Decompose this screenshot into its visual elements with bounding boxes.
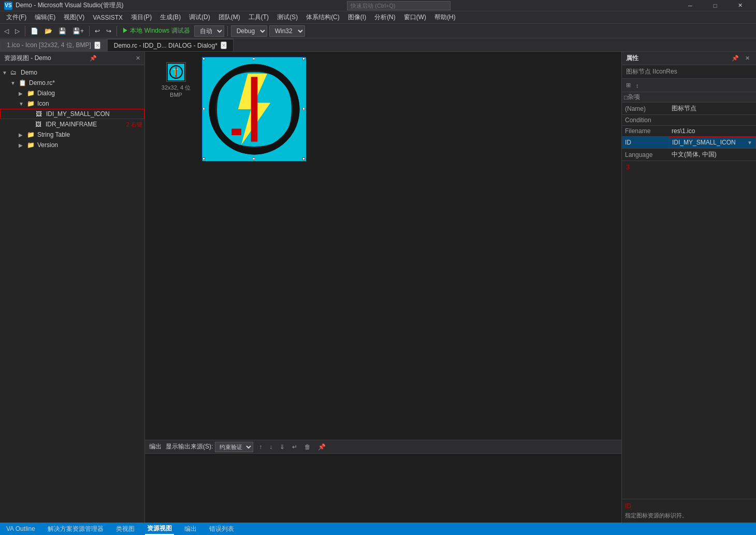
props-close-btn[interactable]: ✕ — [743, 54, 752, 63]
menu-arch[interactable]: 体系结构(C) — [302, 12, 344, 23]
tree-arrow-icon: ▼ — [19, 101, 27, 107]
tree-item-demorc[interactable]: ▼ 📋 Demo.rc* — [0, 78, 144, 88]
close-panel-button[interactable]: ✕ — [136, 55, 140, 62]
prop-id-input[interactable] — [672, 139, 747, 146]
menu-file[interactable]: 文件(F) — [2, 12, 31, 23]
tab-ico-close[interactable]: ✕ — [94, 41, 100, 49]
tab-dialog[interactable]: Demo.rc - IDD_D... DIALOG - Dialog* ✕ — [107, 39, 234, 51]
props-toolbar: ⊞ ↕ — [622, 79, 756, 92]
string-table-folder-icon: 📁 — [27, 131, 35, 138]
mainframe-badge: 2 右键 — [126, 121, 142, 128]
output-scroll-up-btn[interactable]: ↑ — [257, 442, 264, 452]
menu-analyze[interactable]: 分析(N) — [370, 12, 400, 23]
icon-canvas-wrapper[interactable] — [202, 57, 306, 161]
close-button[interactable]: ✕ — [728, 0, 752, 11]
output-content[interactable] — [145, 454, 621, 523]
icon-canvas-svg[interactable] — [202, 57, 306, 161]
menu-project[interactable]: 项目(P) — [127, 12, 156, 23]
output-clear-btn[interactable]: 🗑 — [303, 442, 312, 452]
props-pin-btn[interactable]: 📌 — [730, 54, 741, 63]
toolbar-sep-2 — [89, 26, 90, 36]
toolbar-redo-btn[interactable]: ↪ — [104, 26, 113, 36]
tab-ico[interactable]: 1.ico - Icon [32x32, 4 位, BMP] ✕ — [0, 39, 107, 51]
output-pin-btn[interactable]: 📌 — [316, 442, 327, 452]
solution-explorer-title: 资源视图 - Demo — [4, 54, 51, 63]
tree-item-small-icon[interactable]: 🖼 IDI_MY_SMALL_ICON — [0, 109, 144, 119]
platform-dropdown[interactable]: Win32 — [269, 25, 305, 37]
output-filter: 显示输出来源(S): 约束验证 — [166, 442, 253, 452]
menu-team[interactable]: 团队(M) — [214, 12, 244, 23]
tab-dialog-close[interactable]: ✕ — [221, 41, 227, 49]
toolbar-back-btn[interactable]: ◁ — [2, 26, 11, 36]
prop-id-dropdown-btn[interactable]: ▼ — [747, 140, 752, 146]
bottom-tab-bar: VA Outline 解决方案资源管理器 类视图 资源视图 编出 错误列表 — [0, 523, 756, 535]
prop-name-value: 图标节点 — [668, 103, 756, 115]
prop-id-value-cell[interactable]: ▼ — [668, 137, 756, 149]
rc-icon: 📋 — [19, 79, 27, 86]
minimize-button[interactable]: ─ — [678, 0, 702, 11]
output-wrap-btn[interactable]: ↵ — [290, 442, 299, 452]
title-text: Demo - Microsoft Visual Studio(管理员) — [16, 1, 124, 10]
handle-tl — [202, 57, 205, 60]
menu-build[interactable]: 生成(B) — [156, 12, 185, 23]
icon-editor[interactable] — [197, 52, 621, 440]
bottom-tab-class[interactable]: 类视图 — [114, 524, 137, 534]
toolbar-forward-btn[interactable]: ▷ — [13, 26, 22, 36]
menu-help[interactable]: 帮助(H) — [430, 12, 460, 23]
toolbar-save-btn[interactable]: 💾 — [56, 26, 68, 36]
output-scroll-end-btn[interactable]: ⇓ — [278, 442, 286, 452]
icon-thumb-svg: T — [168, 64, 184, 80]
restore-button[interactable]: □ — [703, 0, 727, 11]
tree-label-icon-folder: Icon — [37, 100, 142, 107]
toolbar-save-all-btn[interactable]: 💾+ — [70, 26, 86, 36]
quick-search-input[interactable] — [347, 1, 450, 10]
props-spacer — [622, 173, 756, 499]
prop-row-id[interactable]: ID ▼ — [622, 137, 756, 149]
run-button[interactable]: ▶ 本地 Windows 调试器 — [120, 25, 192, 36]
menu-image[interactable]: 图像(I) — [344, 12, 370, 23]
toolbar-sep-3 — [117, 26, 117, 36]
properties-panel: 属性 📌 ✕ 图标节点 IIconRes ⊞ ↕ □ 杂项 (Name) 图标节… — [621, 52, 756, 523]
output-scroll-down-btn[interactable]: ↓ — [268, 442, 274, 452]
toolbar-sep-1 — [25, 26, 25, 36]
bottom-tab-resource[interactable]: 资源视图 — [145, 523, 174, 535]
props-sort-btn[interactable]: ↕ — [634, 81, 641, 90]
tree-item-icon-folder[interactable]: ▼ 📁 Icon — [0, 98, 144, 109]
tree-item-string-table[interactable]: ▶ 📁 String Table — [0, 129, 144, 140]
tree-arrow-version: ▶ — [19, 142, 27, 148]
menu-view[interactable]: 视图(V) — [60, 12, 89, 23]
menu-window[interactable]: 窗口(W) — [400, 12, 430, 23]
bottom-tab-output[interactable]: 编出 — [182, 524, 199, 534]
props-grid-btn[interactable]: ⊞ — [624, 81, 633, 90]
vs-logo-icon: VS — [4, 2, 12, 10]
bottom-tab-va-outline[interactable]: VA Outline — [4, 524, 37, 533]
menu-test[interactable]: 测试(S) — [273, 12, 302, 23]
toolbar-new-btn[interactable]: 📄 — [28, 26, 40, 36]
content-area: T 32x32, 4 位 BMP — [145, 52, 621, 523]
prop-row-language: Language 中文(简体, 中国) — [622, 149, 756, 161]
prop-id-label: ID — [622, 137, 668, 149]
bottom-tab-solution[interactable]: 解决方案资源管理器 — [46, 524, 106, 534]
menu-debug[interactable]: 调试(D) — [185, 12, 214, 23]
tree-label-string-table: String Table — [37, 131, 142, 138]
bottom-tab-errors[interactable]: 错误列表 — [207, 524, 236, 534]
debug-dropdown[interactable]: Debug — [231, 25, 267, 37]
props-description: ID 指定图标资源的标识符。 — [622, 499, 756, 523]
folder-icon: 🗂 — [10, 69, 19, 76]
tree-item-mainframe[interactable]: 🖼 IDR_MAINFRAME 2 右键 — [0, 119, 144, 129]
tree-item-demo[interactable]: ▼ 🗂 Demo — [0, 67, 144, 78]
config-dropdown[interactable]: 自动 — [194, 25, 224, 37]
menu-edit[interactable]: 编辑(E) — [31, 12, 60, 23]
menu-tools[interactable]: 工具(T) — [244, 12, 273, 23]
toolbar-open-btn[interactable]: 📂 — [42, 26, 54, 36]
toolbar-undo-btn[interactable]: ↩ — [93, 26, 102, 36]
menu-vassistx[interactable]: VASSISTX — [89, 13, 127, 22]
tab-ico-label: 1.ico - Icon [32x32, 4 位, BMP] — [7, 41, 91, 50]
output-source-dropdown[interactable]: 约束验证 — [215, 442, 253, 452]
prop-condition-label: Condition — [622, 115, 668, 126]
output-title: 编出 — [149, 442, 162, 451]
icon-area: T 32x32, 4 位 BMP — [145, 52, 621, 440]
tree-item-version[interactable]: ▶ 📁 Version — [0, 140, 144, 150]
tree-item-dialog[interactable]: ▶ 📁 Dialog — [0, 88, 144, 98]
pin-button[interactable]: 📌 — [90, 55, 97, 62]
